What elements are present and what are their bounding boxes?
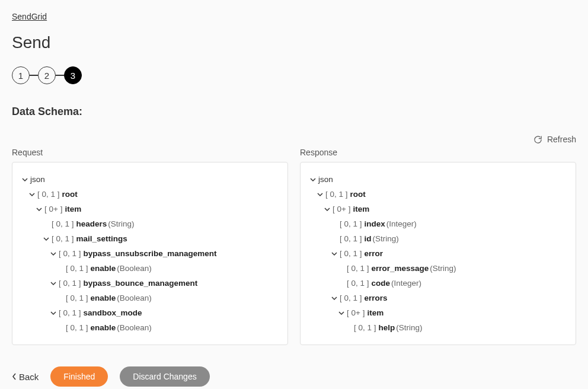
chevron-down-icon[interactable] <box>20 176 30 183</box>
tree-cardinality: [ 0, 1 ] <box>354 323 376 332</box>
tree-node: [ 0, 1 ] id (String) <box>308 231 568 246</box>
tree-node: [ 0+ ] item <box>20 202 280 216</box>
tree-node: [ 0, 1 ] sandbox_mode <box>20 305 280 320</box>
tree-cardinality: [ 0, 1 ] <box>59 308 81 317</box>
chevron-down-icon[interactable] <box>322 206 333 213</box>
step-connector <box>30 75 38 76</box>
tree-node-name: enable <box>91 323 116 332</box>
discard-button[interactable]: Discard Changes <box>120 366 209 387</box>
tree-cardinality: [ 0, 1 ] <box>340 219 362 228</box>
tree-cardinality: [ 0, 1 ] <box>340 294 362 302</box>
tree-node: [ 0, 1 ] bypass_unsubscribe_management <box>20 246 280 261</box>
tree-node-name: index <box>365 219 385 228</box>
tree-node: json <box>20 172 280 187</box>
finished-button[interactable]: Finished <box>50 366 108 387</box>
chevron-down-icon[interactable] <box>48 280 59 287</box>
tree-node-name: bypass_bounce_management <box>84 279 198 288</box>
step-3[interactable]: 3 <box>64 66 82 84</box>
response-panel: json[ 0, 1 ] root[ 0+ ] item[ 0, 1 ] ind… <box>300 162 576 345</box>
tree-cardinality: [ 0+ ] <box>347 308 365 317</box>
tree-node-name: help <box>379 323 395 332</box>
tree-node: [ 0, 1 ] enable (Boolean) <box>20 320 280 335</box>
chevron-down-icon[interactable] <box>48 250 59 257</box>
tree-node-name: item <box>367 308 384 317</box>
step-1[interactable]: 1 <box>12 66 30 84</box>
chevron-down-icon[interactable] <box>34 206 44 213</box>
tree-node-name: root <box>350 190 366 199</box>
tree-node-name: json <box>30 175 45 184</box>
tree-node: [ 0, 1 ] mail_settings <box>20 231 280 246</box>
tree-cardinality: [ 0, 1 ] <box>325 190 348 199</box>
tree-node-name: json <box>318 175 333 184</box>
tree-cardinality: [ 0, 1 ] <box>66 294 88 302</box>
response-column: Response json[ 0, 1 ] root[ 0+ ] item[ 0… <box>300 148 576 345</box>
chevron-down-icon[interactable] <box>315 191 325 198</box>
tree-cardinality: [ 0, 1 ] <box>340 249 362 258</box>
tree-node: [ 0+ ] item <box>308 305 568 320</box>
tree-cardinality: [ 0, 1 ] <box>347 264 369 273</box>
refresh-icon <box>533 135 542 144</box>
chevron-down-icon[interactable] <box>336 310 347 317</box>
chevron-down-icon[interactable] <box>329 295 340 302</box>
tree-node: [ 0, 1 ] error_message (String) <box>308 261 568 276</box>
response-label: Response <box>300 148 576 157</box>
tree-node: [ 0+ ] item <box>308 202 568 216</box>
tree-node-name: item <box>353 205 369 213</box>
tree-cardinality: [ 0, 1 ] <box>59 279 81 288</box>
step-2[interactable]: 2 <box>38 66 56 84</box>
tree-node-name: enable <box>91 264 116 273</box>
tree-node: [ 0, 1 ] enable (Boolean) <box>20 291 280 305</box>
tree-node-name: bypass_unsubscribe_management <box>84 249 217 258</box>
tree-node: [ 0, 1 ] root <box>20 187 280 202</box>
step-connector <box>56 75 64 76</box>
tree-node-type: (Integer) <box>391 279 421 288</box>
tree-node-type: (String) <box>430 264 456 273</box>
back-button[interactable]: Back <box>12 372 39 382</box>
tree-cardinality: [ 0, 1 ] <box>66 264 88 273</box>
chevron-down-icon[interactable] <box>308 176 318 183</box>
tree-node-name: item <box>65 205 81 213</box>
tree-node-name: code <box>372 279 391 288</box>
tree-node-name: errors <box>365 294 388 302</box>
tree-node-type: (String) <box>108 219 134 228</box>
tree-node: [ 0, 1 ] code (Integer) <box>308 276 568 291</box>
tree-node-type: (String) <box>396 323 422 332</box>
chevron-down-icon[interactable] <box>329 250 340 257</box>
tree-node-name: error <box>365 249 384 258</box>
tree-cardinality: [ 0, 1 ] <box>37 190 60 199</box>
tree-cardinality: [ 0, 1 ] <box>347 279 369 288</box>
refresh-label: Refresh <box>547 135 576 144</box>
tree-node-type: (Boolean) <box>117 264 152 273</box>
refresh-button[interactable]: Refresh <box>12 135 576 144</box>
tree-node: [ 0, 1 ] headers (String) <box>20 216 280 231</box>
stepper: 123 <box>12 66 576 84</box>
tree-node-name: headers <box>76 219 107 228</box>
section-title: Data Schema: <box>12 106 576 118</box>
chevron-down-icon[interactable] <box>41 235 52 243</box>
tree-node: json <box>308 172 568 187</box>
tree-node: [ 0, 1 ] help (String) <box>308 320 568 335</box>
tree-node-name: sandbox_mode <box>84 308 142 317</box>
tree-cardinality: [ 0, 1 ] <box>52 219 74 228</box>
tree-node: [ 0, 1 ] error <box>308 246 568 261</box>
tree-node-name: root <box>62 190 78 199</box>
request-column: Request json[ 0, 1 ] root[ 0+ ] item[ 0,… <box>12 148 288 345</box>
tree-cardinality: [ 0, 1 ] <box>340 234 362 243</box>
tree-cardinality: [ 0, 1 ] <box>66 323 88 332</box>
tree-node: [ 0, 1 ] root <box>308 187 568 202</box>
page-title: Send <box>12 33 576 52</box>
chevron-down-icon[interactable] <box>27 191 37 198</box>
tree-node: [ 0, 1 ] errors <box>308 291 568 305</box>
chevron-down-icon[interactable] <box>48 310 59 317</box>
breadcrumb[interactable]: SendGrid <box>12 12 47 21</box>
tree-node: [ 0, 1 ] enable (Boolean) <box>20 261 280 276</box>
chevron-left-icon <box>12 373 17 380</box>
tree-node: [ 0, 1 ] index (Integer) <box>308 216 568 231</box>
tree-node-name: id <box>365 234 372 243</box>
tree-node-name: enable <box>91 294 116 302</box>
tree-cardinality: [ 0+ ] <box>44 205 62 213</box>
request-label: Request <box>12 148 288 157</box>
back-label: Back <box>19 372 39 382</box>
tree-node: [ 0, 1 ] bypass_bounce_management <box>20 276 280 291</box>
tree-node-type: (Boolean) <box>117 323 152 332</box>
